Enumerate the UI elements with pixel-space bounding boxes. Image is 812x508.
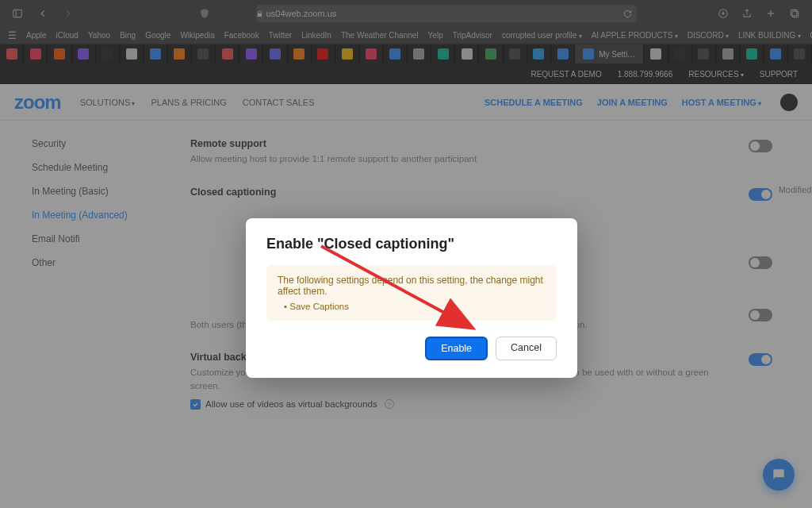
enable-button[interactable]: Enable bbox=[425, 337, 488, 360]
watermark: wsxdn.com bbox=[768, 496, 807, 505]
dependency-item: • Save Captions bbox=[278, 302, 546, 311]
warning-text: The following settings depend on this se… bbox=[278, 275, 546, 297]
cancel-button[interactable]: Cancel bbox=[496, 337, 557, 360]
modal-title: Enable "Closed captioning" bbox=[266, 236, 557, 252]
warning-box: The following settings depend on this se… bbox=[266, 265, 557, 321]
enable-modal: Enable "Closed captioning" The following… bbox=[246, 218, 577, 378]
